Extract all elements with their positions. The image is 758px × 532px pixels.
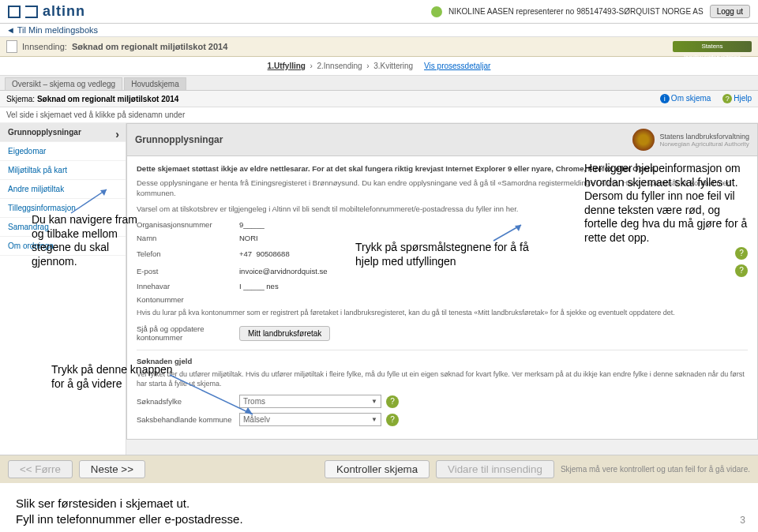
svg-line-4 xyxy=(170,375,253,414)
field-innehavar: Innehavar I _____ nes xyxy=(137,282,748,290)
altinn-logo-text: altinn xyxy=(43,3,85,20)
caption-line-1: Slik ser førstesiden i skjemaet ut. xyxy=(16,496,742,511)
help-icon-fylke[interactable]: ? xyxy=(386,395,399,408)
step-2: 2.Innsending xyxy=(317,62,362,70)
send-button[interactable]: Vidare til innsending xyxy=(436,460,554,478)
help-icon-epost[interactable]: ? xyxy=(735,264,748,277)
tlf-label: Telefon xyxy=(137,249,239,258)
authority-sub: Norwegian Agricultural Authority xyxy=(659,140,749,148)
svg-line-0 xyxy=(71,189,107,213)
header-user-area: NIKOLINE AASEN representerer no 98514749… xyxy=(431,5,750,18)
title-bar: Innsending: Søknad om regionalt miljøtil… xyxy=(0,37,758,57)
field-kontonummer: Kontonummer xyxy=(137,295,748,304)
annotation-navigate: Du kan navigere fram og tilbake mellom s… xyxy=(32,213,150,268)
konto-label: Kontonummer xyxy=(137,295,239,304)
page-caption: Slik ser førstesiden i skjemaet ut. Fyll… xyxy=(0,483,758,532)
step-1[interactable]: 1.Utfylling xyxy=(268,62,306,70)
innehavar-value: I _____ nes xyxy=(239,282,748,290)
mitt-foretak-button[interactable]: Mitt landbruksføretak xyxy=(239,326,330,341)
tab-overview[interactable]: Oversikt – skjema og vedlegg xyxy=(5,77,122,90)
submission-prefix: Innsending: xyxy=(22,42,67,51)
authority-logo: Statens landbruksforvaltning xyxy=(673,41,752,52)
help-icon-telefon[interactable]: ? xyxy=(735,247,748,260)
process-details-link[interactable]: Vis prosessdetaljar xyxy=(424,62,490,70)
altinn-header: altinn NIKOLINE AASEN representerer no 9… xyxy=(0,0,758,24)
field-mitt-foretak: Sjå på og oppdatere kontonummer Mitt lan… xyxy=(137,324,748,342)
page-instruction: Vel side i skjemaet ved å klikke på side… xyxy=(0,107,758,123)
altinn-logo: altinn xyxy=(8,3,85,20)
annotation-helpinfo: Her ligger hjelpeinformasjon om hvordan … xyxy=(584,162,750,245)
tlf-value: 90508688 xyxy=(256,249,289,258)
arrow-1 xyxy=(67,185,114,217)
submission-title: Søknad om regionalt miljøtilskot 2014 xyxy=(72,42,227,51)
annotation-questionmarks: Trykk på spørsmålstegnene for å få hjelp… xyxy=(355,241,529,268)
back-link-label: Til Min meldingsboks xyxy=(17,25,98,35)
schema-name: Søknad om regionalt miljøtilskot 2014 xyxy=(37,95,179,103)
form-card-header: Grunnopplysningar Statens landbruksforva… xyxy=(127,124,757,156)
about-schema-link[interactable]: iOm skjema xyxy=(660,94,711,103)
tabs-bar: Oversikt – skjema og vedlegg Hovudskjema xyxy=(0,76,758,91)
help-link-label: Hjelp xyxy=(734,94,752,103)
kommune-dropdown[interactable]: Målselv xyxy=(239,413,381,426)
help-icon-kommune[interactable]: ? xyxy=(386,414,399,426)
form-heading: Grunnopplysningar xyxy=(135,134,223,145)
back-link[interactable]: Til Min meldingsboks xyxy=(0,24,758,37)
step-3: 3.Kvittering xyxy=(373,62,413,70)
about-schema-label: Om skjema xyxy=(671,94,711,103)
sidebar-item-miljotiltak-kart[interactable]: Miljøtiltak på kart xyxy=(0,161,126,180)
tlf-prefix: +47 xyxy=(239,249,252,258)
user-icon xyxy=(431,6,442,17)
bottom-nav-bar: << Førre Neste >> Kontroller skjema Vida… xyxy=(0,455,758,483)
crest-icon xyxy=(632,129,655,151)
file-icon xyxy=(6,40,17,53)
authority-name: Statens landbruksforvaltning xyxy=(659,133,749,140)
prev-button[interactable]: << Førre xyxy=(8,460,73,478)
arrow-2 xyxy=(490,221,529,245)
arrow-4 xyxy=(166,371,261,418)
logout-button[interactable]: Logg ut xyxy=(710,5,750,18)
fylke-dropdown[interactable]: Troms xyxy=(239,395,381,408)
steps-bar: 1.Utfylling › 2.Innsending › 3.Kvitterin… xyxy=(0,57,758,76)
next-button[interactable]: Neste >> xyxy=(79,460,145,478)
help-link[interactable]: ?Hjelp xyxy=(722,94,752,103)
sjaa-label: Sjå på og oppdatere kontonummer xyxy=(137,324,239,342)
orgnr-label: Organisasjonsnummer xyxy=(137,220,239,229)
svg-marker-5 xyxy=(245,407,253,414)
namn-label: Namn xyxy=(137,234,239,242)
bottom-note: Skjema må vere kontrollert og utan feil … xyxy=(561,465,750,474)
schema-label: Skjema: xyxy=(6,95,35,103)
page-number: 3 xyxy=(740,515,745,526)
schema-header: Skjema: Søknad om regionalt miljøtilskot… xyxy=(0,91,758,107)
tab-mainform[interactable]: Hovudskjema xyxy=(124,77,186,90)
sidebar-item-grunnopplysningar[interactable]: Grunnopplysningar xyxy=(0,123,126,142)
section-soknaden-gjeld: Søknaden gjeld xyxy=(137,350,748,365)
konto-help-text: Hvis du lurar på kva kontonummer som er … xyxy=(137,309,748,318)
form-sidebar: Grunnopplysningar Eigedomar Miljøtiltak … xyxy=(0,123,126,455)
epost-label: E-post xyxy=(137,267,239,275)
sidebar-item-eigedomar[interactable]: Eigedomar xyxy=(0,142,126,161)
annotation-next-button: Trykk på denne knappen for å gå videre xyxy=(51,363,178,391)
caption-line-2: Fyll inn telefonnummer eller e-postadres… xyxy=(16,511,742,527)
user-text: NIKOLINE AASEN representerer no 98514749… xyxy=(448,7,704,16)
innehavar-label: Innehavar xyxy=(137,282,239,290)
check-schema-button[interactable]: Kontroller skjema xyxy=(325,460,430,478)
